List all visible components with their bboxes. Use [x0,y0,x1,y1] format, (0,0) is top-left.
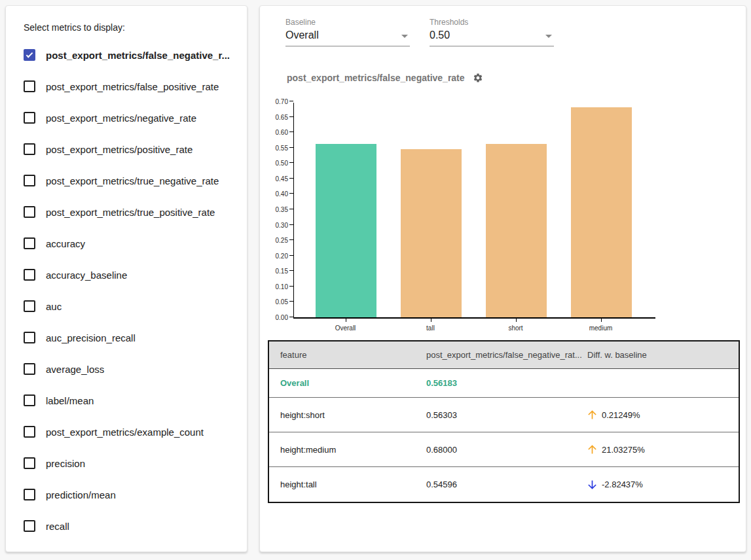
checkbox-unchecked-icon[interactable] [24,206,35,218]
metric-label: recall [46,521,69,532]
metric-label: accuracy_baseline [46,270,127,281]
checkbox-unchecked-icon[interactable] [24,175,35,186]
checkbox-unchecked-icon[interactable] [24,394,35,406]
checkmark-icon [26,50,33,58]
metric-checkbox-item[interactable]: recall [24,510,235,542]
baseline-select-value: Overall [285,29,410,41]
y-axis-tick-label: 0.50 [267,160,288,167]
bar-chart: 0.000.050.100.150.200.250.300.350.400.45… [293,103,655,332]
metric-label: average_loss [46,364,104,375]
y-axis-tick-mark [289,209,293,209]
baseline-select[interactable]: Baseline Overall [285,18,410,46]
chart-header: post_export_metrics/false_negative_rate [287,73,483,83]
checkbox-unchecked-icon[interactable] [24,269,35,281]
diff-percent-label: 0.21249% [602,410,640,420]
table-row: height:tall0.54596-2.82437% [269,467,739,502]
metric-checkbox-item[interactable]: post_export_metrics/true_negative_rate [24,165,235,196]
chart-bars [294,107,632,317]
bar-tall[interactable] [401,149,462,317]
y-axis-tick-mark [289,317,293,317]
table-header-cell: post_export_metrics/false_negative_rat..… [426,350,581,360]
metric-checkbox-item[interactable]: accuracy [24,228,235,259]
bar-overall[interactable] [316,144,376,317]
y-axis-tick-mark [289,224,293,225]
table-row: height:medium0.6800021.03275% [269,432,739,467]
table-row: height:short0.563030.21249% [269,398,739,432]
bar-short[interactable] [486,144,547,317]
metric-selector-panel: Select metrics to display: post_export_m… [5,5,247,552]
metric-value-cell: 0.68000 [426,445,581,455]
chart-plot-area: 0.000.050.100.150.200.250.300.350.400.45… [293,103,655,319]
metric-label: prediction/mean [46,489,116,500]
feature-cell: height:tall [269,480,426,489]
checkbox-unchecked-icon[interactable] [24,112,35,124]
metric-checkbox-item[interactable]: prediction/mean [24,479,235,510]
y-axis-tick-label: 0.65 [267,114,288,121]
metric-checkbox-item[interactable]: post_export_metrics/false_negative_r... [24,39,235,71]
metric-checkbox-item[interactable]: post_export_metrics/example_count [24,416,235,447]
baseline-select-label: Baseline [285,18,410,27]
checkbox-unchecked-icon[interactable] [24,332,35,343]
chart-title: post_export_metrics/false_negative_rate [287,73,465,83]
checkbox-unchecked-icon[interactable] [24,489,35,500]
feature-cell: Overall [269,378,426,388]
y-axis-tick-label: 0.55 [267,145,288,152]
metric-selector-title: Select metrics to display: [24,22,235,33]
chevron-down-icon [401,35,408,38]
y-axis-tick-mark [289,131,293,132]
metric-label: post_export_metrics/true_positive_rate [46,207,215,218]
settings-gear-icon[interactable] [473,73,483,83]
y-axis-tick-mark [289,286,293,287]
diff-percent-label: 21.03275% [602,445,645,455]
checkbox-unchecked-icon[interactable] [24,300,35,312]
table-header-cell: Diff. w. baseline [581,350,739,360]
checkbox-unchecked-icon[interactable] [24,363,35,375]
metric-label: auc_precision_recall [46,332,136,343]
metrics-view-panel: Baseline Overall Thresholds 0.50 post_ex… [259,5,746,552]
checkbox-unchecked-icon[interactable] [24,143,35,155]
metric-checkbox-item[interactable]: precision [24,447,235,479]
metric-checkbox-item[interactable]: post_export_metrics/negative_rate [24,102,235,133]
metric-label: post_export_metrics/positive_rate [46,144,192,155]
checkbox-unchecked-icon[interactable] [24,426,35,438]
metric-checkbox-item[interactable]: post_export_metrics/false_positive_rate [24,71,235,102]
y-axis-tick-mark [289,270,293,271]
y-axis-tick-label: 0.60 [267,129,288,136]
checkbox-unchecked-icon[interactable] [24,237,35,249]
thresholds-select-value: 0.50 [430,29,554,41]
bar-medium[interactable] [571,107,632,317]
diff-baseline-cell: 21.03275% [581,444,739,455]
checkbox-unchecked-icon[interactable] [24,457,35,469]
metric-label: accuracy [46,238,85,249]
table-body: Overall0.56183height:short0.563030.21249… [269,369,739,502]
metric-label: precision [46,458,85,469]
y-axis-tick-mark [289,193,293,194]
metrics-list: post_export_metrics/false_negative_r...p… [24,39,235,542]
metric-checkbox-item[interactable]: post_export_metrics/true_positive_rate [24,196,235,228]
diff-baseline-cell: 0.21249% [581,409,739,421]
metric-checkbox-item[interactable]: post_export_metrics/positive_rate [24,133,235,165]
metric-value-cell: 0.56183 [426,378,581,388]
thresholds-select[interactable]: Thresholds 0.50 [430,18,554,46]
table-header-cell: feature [269,350,426,360]
x-axis-label: short [485,319,546,332]
metric-checkbox-item[interactable]: average_loss [24,353,235,385]
y-axis-tick-mark [289,162,293,163]
metric-checkbox-item[interactable]: auc [24,290,235,322]
metric-label: label/mean [46,395,94,406]
metric-value-cell: 0.56303 [426,410,581,420]
metric-label: post_export_metrics/negative_rate [46,113,196,124]
y-axis-tick-label: 0.30 [267,222,288,229]
metric-checkbox-item[interactable]: auc_precision_recall [24,322,235,353]
metric-value-cell: 0.54596 [426,480,581,489]
metric-checkbox-item[interactable]: label/mean [24,385,235,416]
metric-label: auc [46,301,62,312]
table-header-row: featurepost_export_metrics/false_negativ… [269,341,739,369]
metric-label: post_export_metrics/false_positive_rate [46,81,219,92]
x-axis-label: tall [400,319,461,332]
metric-checkbox-item[interactable]: accuracy_baseline [24,259,235,290]
checkbox-checked-icon[interactable] [24,49,35,61]
chart-x-axis: Overalltallshortmedium [293,319,655,332]
checkbox-unchecked-icon[interactable] [24,80,35,92]
checkbox-unchecked-icon[interactable] [24,520,35,532]
